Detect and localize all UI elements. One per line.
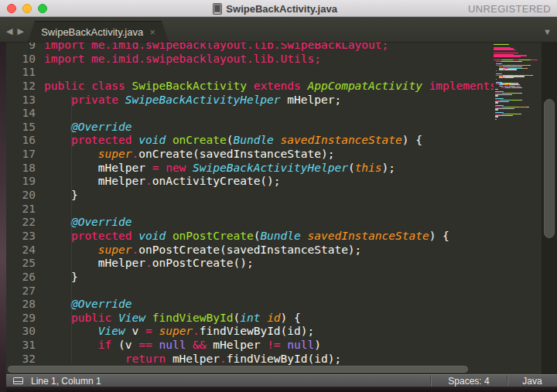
nav-back-icon[interactable]: ◀ (6, 26, 12, 36)
code-text (36, 285, 44, 298)
code-text (36, 66, 44, 80)
code-line[interactable]: 19 mHelper.onActivityCreate(); (6, 175, 494, 189)
vertical-scrollbar-track[interactable] (542, 43, 557, 374)
line-number: 25 (6, 257, 36, 271)
code-line[interactable]: 30 View v = super.findViewById(id); (6, 325, 494, 339)
app-window: SwipeBackActivity.java UNREGISTERED ◀ ▶ … (0, 0, 557, 392)
line-number: 28 (6, 298, 36, 312)
line-number: 18 (6, 162, 36, 176)
desktop-wallpaper-strip (0, 43, 6, 392)
line-number: 12 (6, 80, 36, 94)
code-text: super.onPostCreate(savedInstanceState); (36, 244, 361, 257)
tab-overflow-icon[interactable]: ▼ (543, 27, 552, 36)
code-line[interactable]: 29 public View findViewById(int id) { (6, 312, 494, 326)
code-text: mHelper.onPostCreate(); (36, 257, 254, 271)
code-line[interactable]: 9import me.imid.swipebacklayout.lib.Swip… (6, 43, 494, 53)
code-text: import me.imid.swipebacklayout.lib.Swipe… (36, 43, 388, 53)
traffic-lights (7, 4, 47, 13)
line-number: 21 (6, 203, 36, 216)
horizontal-scrollbar-track[interactable] (6, 365, 542, 374)
line-number: 22 (6, 216, 36, 230)
code-text: mHelper = new SwipeBackActivityHelper(th… (36, 162, 395, 176)
line-number: 31 (6, 339, 36, 353)
indent-guide (71, 96, 72, 364)
code-text: super.onCreate(savedInstanceState); (36, 148, 334, 162)
panel-toggle-icon[interactable] (13, 377, 23, 384)
line-number: 19 (6, 175, 36, 189)
zoom-window-button[interactable] (38, 4, 47, 13)
unregistered-label: UNREGISTERED (468, 0, 551, 17)
code-line[interactable]: 25 mHelper.onPostCreate(); (6, 257, 494, 271)
code-line[interactable]: 11 (6, 66, 494, 80)
line-number: 23 (6, 230, 36, 244)
minimap[interactable] (494, 44, 542, 369)
code-text: public View findViewById(int id) { (36, 312, 301, 326)
line-number: 27 (6, 285, 36, 298)
document-icon (212, 3, 222, 15)
line-number: 17 (6, 148, 36, 162)
line-number: 20 (6, 189, 36, 203)
code-text (36, 203, 44, 216)
code-text: @Override (36, 121, 132, 135)
code-line[interactable]: 15 @Override (6, 121, 494, 135)
line-number: 32 (6, 353, 36, 366)
code-line[interactable]: 13 private SwipeBackActivityHelper mHelp… (6, 94, 494, 107)
line-number: 30 (6, 325, 36, 339)
code-text: return mHelper.findViewById(id); (36, 353, 341, 366)
code-line[interactable]: 27 (6, 285, 494, 298)
code-line[interactable]: 18 mHelper = new SwipeBackActivityHelper… (6, 162, 494, 176)
code-text: import me.imid.swipebacklayout.lib.Utils… (36, 53, 321, 66)
tab-close-icon[interactable]: × (149, 26, 155, 38)
code-line[interactable]: 16 protected void onCreate(Bundle savedI… (6, 134, 494, 148)
close-window-button[interactable] (7, 4, 16, 13)
code-line[interactable]: 14 (6, 107, 494, 121)
code-text (36, 107, 44, 121)
line-number: 26 (6, 271, 36, 285)
code-text: private SwipeBackActivityHelper mHelper; (36, 94, 341, 107)
code-text: if (v == null && mHelper != null) (36, 339, 321, 353)
line-number: 13 (6, 94, 36, 107)
line-number: 16 (6, 134, 36, 148)
indentation-menu[interactable]: Spaces: 4 (430, 375, 507, 387)
code-line[interactable]: 32 return mHelper.findViewById(id); (6, 353, 494, 366)
status-bar: Line 1, Column 1 Spaces: 4 Java (0, 374, 557, 387)
code-line[interactable]: 10import me.imid.swipebacklayout.lib.Uti… (6, 53, 494, 66)
code-text: protected void onCreate(Bundle savedInst… (36, 134, 422, 148)
code-line[interactable]: 22 @Override (6, 216, 494, 230)
line-number: 9 (6, 43, 36, 53)
line-number: 29 (6, 312, 36, 326)
minimize-window-button[interactable] (22, 4, 32, 13)
code-text: public class SwipeBackActivity extends A… (36, 80, 494, 94)
syntax-menu[interactable]: Java (507, 375, 557, 387)
code-line[interactable]: 23 protected void onPostCreate(Bundle sa… (6, 230, 494, 244)
code-text: protected void onPostCreate(Bundle saved… (36, 230, 449, 244)
line-number: 10 (6, 53, 36, 66)
line-number: 24 (6, 244, 36, 257)
code-text: @Override (36, 216, 132, 230)
code-line[interactable]: 31 if (v == null && mHelper != null) (6, 339, 494, 353)
tab-swipebackactivity[interactable]: SwipeBackActivity.java × (28, 21, 169, 42)
nav-forward-icon[interactable]: ▶ (17, 26, 23, 36)
editor-pane[interactable]: 9import me.imid.swipebacklayout.lib.Swip… (6, 43, 557, 374)
line-number: 14 (6, 107, 36, 121)
window-bottom-edge (6, 387, 557, 392)
code-text: @Override (36, 298, 132, 312)
tab-bar: ◀ ▶ SwipeBackActivity.java × ▼ (0, 17, 557, 43)
titlebar: SwipeBackActivity.java UNREGISTERED (0, 0, 557, 17)
vertical-scrollbar-thumb[interactable] (544, 99, 555, 238)
horizontal-scrollbar-thumb[interactable] (8, 366, 468, 373)
tab-label: SwipeBackActivity.java (41, 26, 143, 38)
code-line[interactable]: 20 } (6, 189, 494, 203)
code-line[interactable]: 26 } (6, 271, 494, 285)
code-area[interactable]: 9import me.imid.swipebacklayout.lib.Swip… (6, 43, 494, 374)
code-text: View v = super.findViewById(id); (36, 325, 314, 339)
code-line[interactable]: 21 (6, 203, 494, 216)
cursor-position-label: Line 1, Column 1 (31, 376, 101, 387)
window-title: SwipeBackActivity.java (226, 3, 337, 15)
code-line[interactable]: 24 super.onPostCreate(savedInstanceState… (6, 244, 494, 257)
code-text: mHelper.onActivityCreate(); (36, 175, 281, 189)
code-line[interactable]: 17 super.onCreate(savedInstanceState); (6, 148, 494, 162)
code-line[interactable]: 12public class SwipeBackActivity extends… (6, 80, 494, 94)
line-number: 11 (6, 66, 36, 80)
code-line[interactable]: 28 @Override (6, 298, 494, 312)
